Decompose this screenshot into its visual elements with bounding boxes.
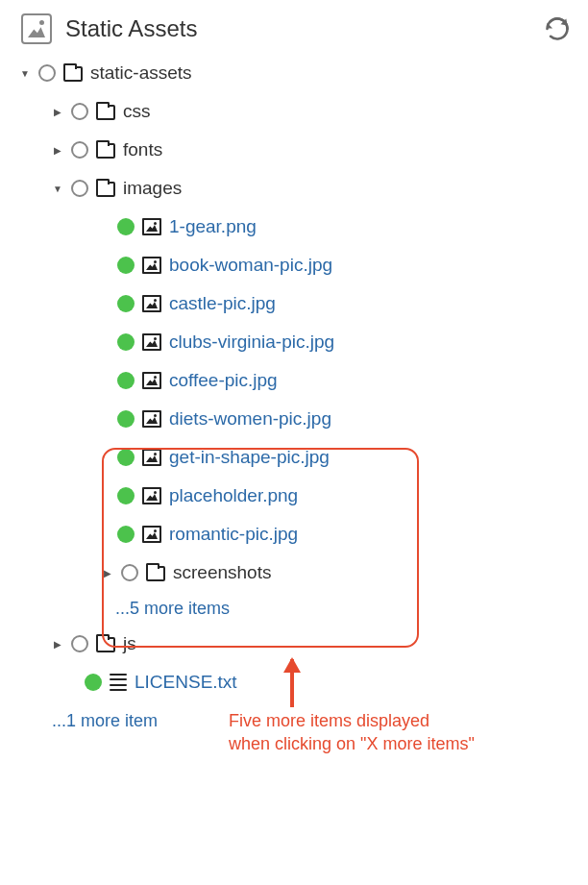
image-file-icon [142,333,161,351]
status-green-icon [117,449,135,466]
tree-leaf-image[interactable]: coffee-pic.jpg [0,361,588,400]
status-green-icon [117,372,135,389]
tree-leaf-image[interactable]: clubs-virginia-pic.jpg [0,323,588,361]
node-label: get-in-shape-pic.jpg [169,447,330,468]
tree-leaf-image[interactable]: placeholder.png [0,477,588,515]
status-empty-icon [71,180,88,197]
refresh-button[interactable] [544,15,571,42]
node-label: castle-pic.jpg [169,293,276,314]
tree-node-static-assets[interactable]: static-assets [0,54,588,92]
tree-node-css[interactable]: css [0,92,588,131]
node-label: placeholder.png [169,485,298,506]
annotation-line: Five more items displayed [229,709,555,732]
status-green-icon [117,257,135,274]
image-file-icon [142,526,161,543]
refresh-icon [544,15,571,42]
node-label: clubs-virginia-pic.jpg [169,332,334,353]
tree-node-fonts[interactable]: fonts [0,131,588,169]
tree-node-screenshots[interactable]: screenshots [0,553,588,592]
tree-leaf-image[interactable]: diets-women-pic.jpg [0,400,588,438]
tree-node-images[interactable]: images [0,169,588,208]
folder-icon [96,105,115,120]
annotation-text: Five more items displayed when clicking … [229,709,555,756]
image-file-icon [142,218,161,235]
caret-down-icon[interactable] [52,184,63,194]
node-label: diets-women-pic.jpg [169,408,331,430]
folder-icon [96,182,115,197]
status-green-icon [117,333,135,351]
status-green-icon [117,487,135,504]
status-green-icon [117,410,135,428]
node-label: coffee-pic.jpg [169,370,278,391]
node-label: fonts [123,139,162,160]
folder-icon [96,637,115,652]
file-tree: static-assets css fonts images 1-ge [0,54,588,759]
image-file-icon [142,295,161,312]
annotation-arrow-icon [290,659,294,707]
status-empty-icon [71,635,88,652]
tree-leaf-image[interactable]: romantic-pic.jpg [0,515,588,553]
more-items-label: ...1 more item [52,711,158,731]
caret-down-icon[interactable] [19,68,31,79]
status-green-icon [85,674,102,691]
tree-leaf-image[interactable]: book-woman-pic.jpg [0,246,588,284]
image-file-icon [142,410,161,428]
folder-icon [146,566,165,581]
status-green-icon [117,526,135,543]
folder-icon [96,143,115,159]
status-empty-icon [121,564,138,581]
image-file-icon [142,372,161,389]
caret-right-icon[interactable] [52,639,63,650]
tree-leaf-image[interactable]: get-in-shape-pic.jpg [0,438,588,477]
status-empty-icon [38,64,56,82]
status-empty-icon [71,103,88,120]
folder-icon [63,66,83,82]
node-label: romantic-pic.jpg [169,524,298,545]
panel-header: Static Assets [0,0,588,54]
panel-title: Static Assets [65,15,530,42]
image-file-icon [142,449,161,466]
node-label: screenshots [173,562,271,583]
status-green-icon [117,295,135,312]
annotation-line: when clicking on "X more items" [229,732,555,755]
caret-right-icon[interactable] [52,145,63,156]
node-label: LICENSE.txt [135,672,237,693]
tree-leaf-image[interactable]: castle-pic.jpg [0,284,588,323]
more-items-images[interactable]: ...5 more items [0,592,588,625]
caret-right-icon[interactable] [102,568,113,578]
image-file-icon [142,257,161,274]
image-panel-icon [21,13,52,44]
node-label: static-assets [90,62,192,84]
node-label: js [123,633,136,654]
more-items-label: ...5 more items [115,599,230,619]
tree-leaf-image[interactable]: 1-gear.png [0,208,588,246]
caret-right-icon[interactable] [52,107,63,117]
status-empty-icon [71,141,88,159]
text-file-icon [110,674,127,691]
image-file-icon [142,487,161,504]
node-label: book-woman-pic.jpg [169,255,332,276]
node-label: css [123,101,151,122]
node-label: images [123,178,182,199]
node-label: 1-gear.png [169,216,257,237]
status-green-icon [117,218,135,235]
